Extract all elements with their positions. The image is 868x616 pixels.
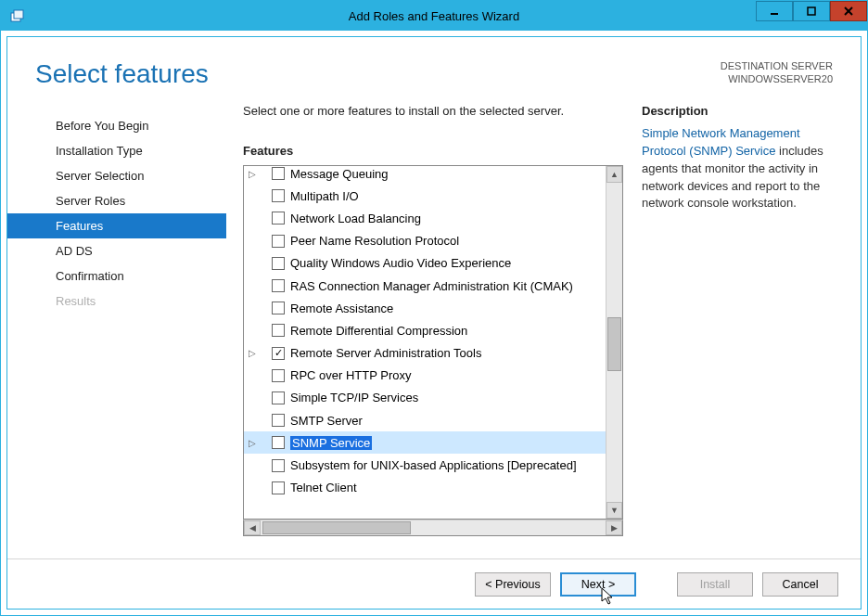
feature-label[interactable]: Subsystem for UNIX-based Applications [D… bbox=[290, 458, 577, 472]
feature-label[interactable]: Peer Name Resolution Protocol bbox=[290, 234, 459, 248]
feature-row[interactable]: Remote Assistance bbox=[244, 297, 606, 319]
scroll-right-icon[interactable]: ▶ bbox=[606, 520, 622, 535]
features-label: Features bbox=[243, 144, 623, 158]
feature-checkbox[interactable] bbox=[272, 481, 285, 494]
description-column: Description Simple Network Management Pr… bbox=[642, 104, 835, 558]
feature-row[interactable]: SMTP Server bbox=[244, 409, 606, 431]
feature-checkbox[interactable] bbox=[272, 212, 285, 225]
instruction-text: Select one or more features to install o… bbox=[243, 104, 623, 118]
expand-icon[interactable]: ▷ bbox=[246, 348, 259, 358]
feature-row[interactable]: Simple TCP/IP Services bbox=[244, 387, 606, 409]
next-button[interactable]: Next > bbox=[560, 572, 636, 597]
feature-checkbox[interactable] bbox=[272, 257, 285, 270]
feature-row[interactable]: Remote Differential Compression bbox=[244, 319, 606, 341]
feature-label[interactable]: SNMP Service bbox=[290, 436, 372, 450]
wizard-window: Add Roles and Features Wizard Select fea… bbox=[0, 0, 868, 616]
v-scroll-track[interactable] bbox=[606, 183, 622, 502]
svg-rect-3 bbox=[808, 7, 815, 15]
vertical-scrollbar[interactable]: ▲ ▼ bbox=[606, 166, 622, 519]
features-column: Select one or more features to install o… bbox=[243, 104, 623, 558]
feature-checkbox[interactable] bbox=[272, 391, 285, 404]
expand-icon[interactable]: ▷ bbox=[246, 169, 259, 179]
description-label: Description bbox=[642, 104, 835, 118]
features-tree-viewport[interactable]: ▷Message QueuingMultipath I/ONetwork Loa… bbox=[244, 166, 606, 519]
feature-label[interactable]: RPC over HTTP Proxy bbox=[290, 368, 412, 382]
titlebar: Add Roles and Features Wizard bbox=[1, 1, 867, 31]
feature-checkbox[interactable] bbox=[272, 436, 285, 449]
sidebar-item-features[interactable]: Features bbox=[7, 213, 226, 238]
h-scroll-thumb[interactable] bbox=[262, 521, 411, 534]
feature-row[interactable]: Multipath I/O bbox=[244, 185, 606, 207]
description-text: Simple Network Management Protocol (SNMP… bbox=[642, 125, 835, 212]
scroll-left-icon[interactable]: ◀ bbox=[244, 520, 261, 535]
feature-row[interactable]: Quality Windows Audio Video Experience bbox=[244, 252, 606, 275]
feature-checkbox[interactable] bbox=[272, 414, 285, 427]
sidebar-item-ad-ds[interactable]: AD DS bbox=[7, 238, 226, 263]
feature-row[interactable]: Peer Name Resolution Protocol bbox=[244, 230, 606, 252]
feature-checkbox[interactable]: ✓ bbox=[272, 347, 285, 360]
sidebar-item-server-roles[interactable]: Server Roles bbox=[7, 188, 226, 213]
destination-name: WINDOWSSERVER20 bbox=[721, 72, 833, 85]
wizard-body: Select features DESTINATION SERVER WINDO… bbox=[6, 36, 862, 610]
feature-checkbox[interactable] bbox=[272, 167, 285, 180]
feature-label[interactable]: Remote Differential Compression bbox=[290, 324, 467, 338]
window-buttons bbox=[756, 1, 867, 31]
page-title: Select features bbox=[35, 59, 209, 89]
feature-label[interactable]: SMTP Server bbox=[290, 414, 363, 428]
content-area: Before You BeginInstallation TypeServer … bbox=[7, 96, 861, 558]
destination-server: DESTINATION SERVER WINDOWSSERVER20 bbox=[721, 59, 833, 86]
sidebar-item-confirmation[interactable]: Confirmation bbox=[7, 263, 226, 289]
previous-button[interactable]: < Previous bbox=[475, 572, 551, 597]
feature-label[interactable]: Simple TCP/IP Services bbox=[290, 391, 418, 404]
v-scroll-thumb[interactable] bbox=[607, 317, 621, 371]
maximize-button[interactable] bbox=[793, 1, 830, 21]
sidebar-item-before-you-begin[interactable]: Before You Begin bbox=[7, 113, 226, 138]
feature-checkbox[interactable] bbox=[272, 302, 285, 314]
features-tree: ▷Message QueuingMultipath I/ONetwork Loa… bbox=[243, 165, 623, 520]
window-title: Add Roles and Features Wizard bbox=[1, 9, 867, 23]
expand-icon[interactable]: ▷ bbox=[246, 438, 259, 448]
scroll-up-icon[interactable]: ▲ bbox=[606, 166, 622, 183]
feature-row[interactable]: Telnet Client bbox=[244, 477, 606, 499]
feature-checkbox[interactable] bbox=[272, 459, 285, 472]
feature-label[interactable]: Message Queuing bbox=[290, 167, 389, 181]
feature-row[interactable]: RAS Connection Manager Administration Ki… bbox=[244, 275, 606, 297]
feature-checkbox[interactable] bbox=[272, 235, 285, 248]
minimize-button[interactable] bbox=[756, 1, 793, 21]
h-scroll-track[interactable] bbox=[261, 520, 606, 535]
feature-row[interactable]: ▷SNMP Service bbox=[244, 431, 606, 454]
sidebar-item-results: Results bbox=[7, 289, 226, 314]
feature-checkbox[interactable] bbox=[272, 279, 285, 292]
feature-label[interactable]: Network Load Balancing bbox=[290, 212, 421, 225]
feature-label[interactable]: Multipath I/O bbox=[290, 189, 359, 203]
wizard-steps-sidebar: Before You BeginInstallation TypeServer … bbox=[7, 96, 226, 558]
feature-checkbox[interactable] bbox=[272, 369, 285, 382]
destination-label: DESTINATION SERVER bbox=[721, 59, 833, 72]
app-icon bbox=[6, 5, 29, 27]
feature-row[interactable]: Network Load Balancing bbox=[244, 207, 606, 229]
install-button: Install bbox=[677, 572, 753, 597]
horizontal-scrollbar[interactable]: ◀ ▶ bbox=[243, 520, 623, 536]
scroll-down-icon[interactable]: ▼ bbox=[606, 502, 622, 519]
sidebar-item-server-selection[interactable]: Server Selection bbox=[7, 163, 226, 188]
feature-label[interactable]: Remote Server Administration Tools bbox=[290, 346, 481, 360]
cancel-button[interactable]: Cancel bbox=[762, 572, 838, 597]
feature-row[interactable]: RPC over HTTP Proxy bbox=[244, 365, 606, 387]
feature-label[interactable]: RAS Connection Manager Administration Ki… bbox=[290, 279, 573, 293]
feature-checkbox[interactable] bbox=[272, 189, 285, 202]
svg-rect-1 bbox=[14, 10, 23, 19]
main-panel: Select one or more features to install o… bbox=[226, 96, 861, 558]
feature-label[interactable]: Telnet Client bbox=[290, 481, 357, 494]
header-row: Select features DESTINATION SERVER WINDO… bbox=[7, 37, 861, 96]
feature-checkbox[interactable] bbox=[272, 324, 285, 337]
wizard-footer: < Previous Next > Install Cancel bbox=[7, 558, 861, 609]
feature-label[interactable]: Remote Assistance bbox=[290, 302, 393, 315]
feature-row[interactable]: ▷Message Queuing bbox=[244, 166, 606, 185]
close-button[interactable] bbox=[830, 1, 867, 21]
feature-row[interactable]: Subsystem for UNIX-based Applications [D… bbox=[244, 454, 606, 476]
sidebar-item-installation-type[interactable]: Installation Type bbox=[7, 138, 226, 163]
feature-row[interactable]: ▷✓Remote Server Administration Tools bbox=[244, 342, 606, 365]
feature-label[interactable]: Quality Windows Audio Video Experience bbox=[290, 256, 511, 270]
